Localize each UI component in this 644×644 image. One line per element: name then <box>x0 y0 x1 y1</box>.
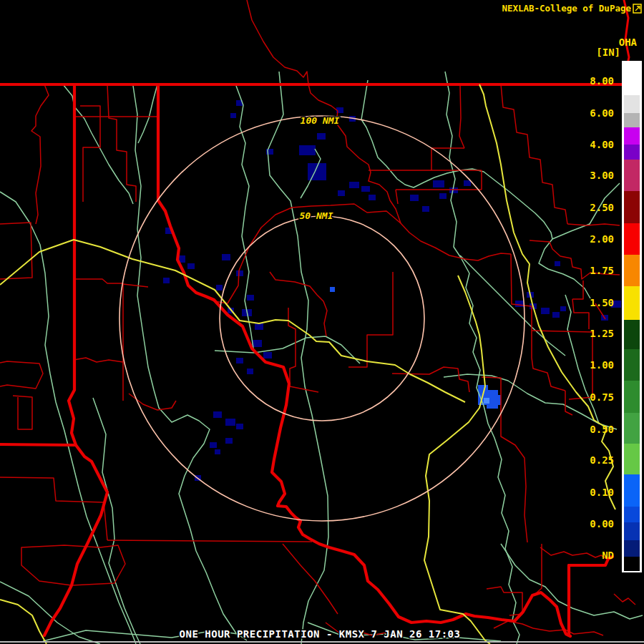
colorbar-segment-1 <box>624 95 640 113</box>
precip-gap <box>326 526 334 532</box>
colorbar-tick-6.00: 6.00 <box>590 107 614 119</box>
precip-dot <box>263 352 272 358</box>
colorbar-segment-13 <box>624 413 640 444</box>
product-title: ONE HOUR PRECIPITATION - KMSX 7 JAN 26 1… <box>180 628 461 640</box>
colorbar-tick-1.00: 1.00 <box>590 359 614 371</box>
precip-dot <box>210 442 217 448</box>
colorbar-segment-14 <box>624 444 640 474</box>
colorbar-segment-5 <box>624 160 640 191</box>
colorbar-segment-9 <box>624 286 640 320</box>
precip-dot <box>369 195 376 200</box>
precip-dot <box>361 186 370 192</box>
colorbar-tick-1.25: 1.25 <box>590 328 614 339</box>
precip-dot <box>213 411 222 418</box>
colorbar-segment-19 <box>624 557 640 571</box>
precip-gap <box>343 308 355 315</box>
precip-dot <box>422 206 429 212</box>
outer-ring-label: 100 NMI <box>301 115 340 126</box>
precip-bright-cell <box>330 287 335 292</box>
precip-gap <box>429 301 439 308</box>
precip-gap <box>358 472 371 481</box>
precip-dot <box>255 323 263 330</box>
colorbar-tick-2.50: 2.50 <box>590 202 614 213</box>
precip-gap <box>286 444 293 449</box>
precip-bright-cell <box>494 395 501 405</box>
precip-gap <box>419 390 426 396</box>
precip-gap <box>343 250 352 257</box>
radar-display: 100 NMI 50 NMI 8.006.004.003.002.502.001… <box>0 0 644 644</box>
precip-dot <box>247 369 253 374</box>
colorbar-segment-4 <box>624 145 640 160</box>
precip-gap <box>336 372 349 381</box>
colorbar-segment-17 <box>624 522 640 540</box>
colorbar-tick-2.00: 2.00 <box>590 233 614 245</box>
colorbar-tick-8.00: 8.00 <box>590 75 614 87</box>
product-code-label: OHA <box>619 36 638 48</box>
colorbar-segment-12 <box>624 381 640 413</box>
precip-dot <box>338 190 345 196</box>
colorbar-segment-2 <box>624 113 640 127</box>
colorbar-tick-1.75: 1.75 <box>590 265 614 276</box>
precip-gap <box>565 365 574 371</box>
colorbar-segment-16 <box>624 507 640 522</box>
precip-dot <box>515 301 524 307</box>
precip-gap <box>372 272 382 279</box>
colorbar-tick-4.00: 4.00 <box>590 139 614 150</box>
precip-dot <box>236 424 243 429</box>
precip-dot <box>552 312 560 318</box>
colorbar-tick-ND: ND <box>602 550 614 561</box>
precip-dot <box>541 308 550 314</box>
precip-dot <box>230 113 236 118</box>
precip-gap <box>379 458 388 464</box>
colorbar-tick-0.00: 0.00 <box>590 518 614 530</box>
radar-map: 100 NMI 50 NMI 8.006.004.003.002.502.001… <box>0 0 644 644</box>
precip-gap <box>301 401 309 407</box>
precip-dot <box>439 193 447 199</box>
colorbar-tick-0.50: 0.50 <box>590 424 614 435</box>
state-boundary-line <box>0 444 76 445</box>
precip-gap <box>272 107 279 113</box>
precip-dot <box>236 358 243 364</box>
precip-gap <box>390 308 397 313</box>
bottom-rule <box>0 641 644 643</box>
colorbar-segment-8 <box>624 255 640 286</box>
precip-dot <box>163 278 170 283</box>
colorbar-tick-1.50: 1.50 <box>590 297 614 308</box>
precip-dot <box>349 182 359 188</box>
precip-dot <box>317 133 326 140</box>
colorbar-tick-3.00: 3.00 <box>590 170 614 181</box>
brand-text: NEXLAB-College of DuPage <box>502 3 631 14</box>
colorbar-segment-7 <box>624 223 640 255</box>
precip-gap <box>458 322 467 328</box>
precip-dot <box>555 261 560 266</box>
precip-gap <box>401 336 411 343</box>
precip-dot <box>299 145 316 155</box>
colorbar-segment-0 <box>624 63 640 95</box>
precip-dot <box>247 295 254 301</box>
colorbar-segment-3 <box>624 127 640 145</box>
precip-dot <box>187 263 195 269</box>
precip-dot <box>216 285 223 291</box>
precip-dot <box>464 180 471 186</box>
precip-gap <box>401 444 412 451</box>
precip-dot <box>433 180 444 187</box>
precip-dot <box>215 449 220 454</box>
precip-dot <box>236 270 243 276</box>
colorbar <box>622 61 642 572</box>
colorbar-tick-0.25: 0.25 <box>590 454 614 466</box>
colorbar-segment-18 <box>624 540 640 557</box>
precip-brightest-cell <box>484 398 489 404</box>
colorbar-segment-10 <box>624 320 640 349</box>
colorbar-segment-15 <box>624 474 640 507</box>
units-label: [IN] <box>596 47 620 58</box>
inner-ring-label: 50 NMI <box>300 210 333 221</box>
colorbar-segment-11 <box>624 349 640 381</box>
precip-dot <box>225 419 235 426</box>
colorbar-tick-0.75: 0.75 <box>590 391 614 403</box>
precip-dot <box>225 438 233 444</box>
precip-gap <box>293 100 299 106</box>
precip-dot <box>560 306 566 311</box>
precip-gap <box>436 372 445 379</box>
colorbar-segment-6 <box>624 191 640 223</box>
precip-dot <box>410 195 419 201</box>
